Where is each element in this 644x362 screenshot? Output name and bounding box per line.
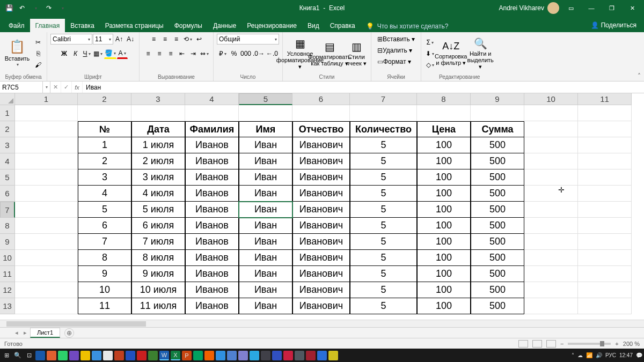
empty-cell[interactable] [15,218,78,234]
empty-cell[interactable] [578,121,632,137]
undo-button[interactable]: ↶ [16,2,28,14]
zoom-slider[interactable] [568,343,611,345]
cut-button[interactable]: ✂ [33,37,43,48]
tab-file[interactable]: Файл [3,19,30,32]
taskbar-app-24[interactable] [328,351,338,360]
name-box-dropdown[interactable]: ▾ [43,82,50,93]
taskbar-app-5[interactable] [80,351,90,360]
taskbar-app-3[interactable] [58,351,68,360]
header-cell[interactable]: № [78,121,131,137]
data-cell[interactable]: Иванов [185,137,239,153]
tab-data[interactable]: Данные [208,19,241,32]
undo-dropdown[interactable]: ▾ [30,2,42,14]
tab-page-layout[interactable]: Разметка страницы [100,19,169,32]
data-cell[interactable]: 11 июля [131,298,185,314]
taskbar-app-7[interactable] [103,351,113,360]
insert-function-button[interactable]: fx [72,82,83,93]
empty-cell[interactable] [578,202,632,218]
find-select-button[interactable]: 🔍Найти и выделить ▾ [466,35,494,72]
data-cell[interactable]: 2 [78,153,131,169]
empty-cell[interactable] [350,105,417,121]
taskbar-app-21[interactable] [295,351,304,360]
empty-cell[interactable] [578,298,632,314]
empty-cell[interactable] [292,105,350,121]
empty-cell[interactable] [131,105,185,121]
data-cell[interactable]: 5 июля [131,202,185,218]
horizontal-scrollbar[interactable] [0,320,644,327]
share-button[interactable]: 👤 Поделиться [583,21,644,32]
sheet-tab[interactable]: Лист1 [30,328,60,338]
data-cell[interactable]: 8 июля [131,250,185,266]
data-cell[interactable]: 500 [471,234,524,250]
empty-cell[interactable] [578,250,632,266]
paste-button[interactable]: 📋 Вставить▾ [3,35,31,72]
data-cell[interactable]: 500 [471,137,524,153]
tab-review[interactable]: Рецензирование [241,19,302,32]
column-header[interactable]: 7 [350,93,417,105]
taskbar-app-20[interactable] [283,351,293,360]
empty-cell[interactable] [15,202,78,218]
zoom-in-button[interactable]: + [615,341,618,347]
data-cell[interactable]: 5 [350,282,417,298]
format-as-table-button[interactable]: ▤Форматировать как таблицу ▾ [316,35,343,72]
data-cell[interactable]: 5 [350,218,417,234]
taskbar-app-19[interactable] [272,351,282,360]
header-cell[interactable]: Отчество [292,121,350,137]
border-button[interactable]: ▦▾ [93,48,104,59]
data-cell[interactable]: 500 [471,202,524,218]
data-cell[interactable]: 4 [78,186,131,202]
data-cell[interactable]: Иванов [185,298,239,314]
data-cell[interactable]: Иван [239,169,292,186]
select-all-corner[interactable] [0,93,15,105]
empty-cell[interactable] [524,169,578,186]
empty-cell[interactable] [15,250,78,266]
column-header[interactable]: 2 [78,93,131,105]
empty-cell[interactable] [578,137,632,153]
row-header[interactable]: 11 [0,266,15,282]
header-cell[interactable]: Дата [131,121,185,137]
empty-cell[interactable] [578,186,632,202]
empty-cell[interactable] [578,218,632,234]
data-cell[interactable]: Иван [239,234,292,250]
column-header[interactable]: 11 [578,93,632,105]
data-cell[interactable]: 100 [417,186,471,202]
fill-button[interactable]: ⬇▾ [425,48,435,59]
row-header[interactable]: 8 [0,218,15,234]
row-header[interactable]: 3 [0,137,15,153]
data-cell[interactable]: 500 [471,218,524,234]
data-cell[interactable]: 100 [417,266,471,282]
increase-font-button[interactable]: A↑ [114,34,125,45]
start-button[interactable]: ⊞ [2,351,11,360]
data-cell[interactable]: 5 [78,202,131,218]
currency-button[interactable]: ₽▾ [217,48,228,59]
tray-wifi-icon[interactable]: 📶 [586,352,592,358]
format-cells-button[interactable]: ▭ Формат ▾ [375,56,414,67]
align-top-button[interactable]: ≡ [149,34,159,45]
align-right-button[interactable]: ≡ [165,48,176,59]
row-header[interactable]: 9 [0,234,15,250]
bold-button[interactable]: Ж [59,48,70,59]
empty-cell[interactable] [524,105,578,121]
percent-button[interactable]: % [229,48,239,59]
data-cell[interactable]: Иван [239,266,292,282]
qat-customize[interactable]: ▾ [57,2,69,14]
data-cell[interactable]: 5 [350,266,417,282]
tab-formulas[interactable]: Формулы [169,19,208,32]
empty-cell[interactable] [578,234,632,250]
empty-cell[interactable] [578,105,632,121]
align-left-button[interactable]: ≡ [143,48,153,59]
number-format-select[interactable]: Общий▾ [217,34,279,45]
empty-cell[interactable] [578,153,632,169]
taskbar-app-13[interactable] [204,351,214,360]
row-header[interactable]: 5 [0,169,15,186]
row-header[interactable]: 13 [0,298,15,314]
data-cell[interactable]: 5 [350,202,417,218]
data-cell[interactable]: 2 июля [131,153,185,169]
data-cell[interactable]: 7 июля [131,234,185,250]
taskbar-word-icon[interactable]: W [159,351,169,360]
zoom-out-button[interactable]: − [560,341,564,347]
empty-cell[interactable] [15,234,78,250]
normal-view-button[interactable] [518,340,528,348]
taskbar-app-10[interactable] [137,351,147,360]
orientation-button[interactable]: ⟲▾ [182,34,193,45]
